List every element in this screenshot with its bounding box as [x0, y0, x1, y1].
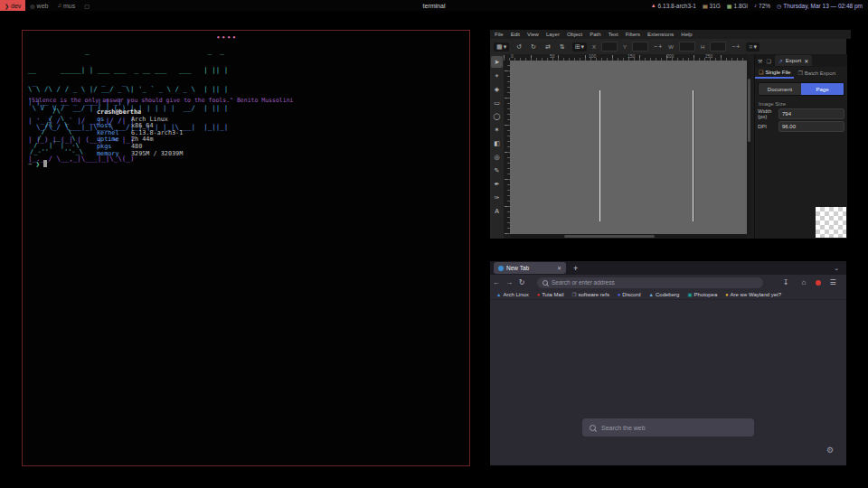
export-area-toggle: Document Page: [758, 82, 844, 96]
url-bar[interactable]: Search or enter address: [537, 277, 763, 288]
workspace-dev[interactable]: ❯ dev: [0, 0, 25, 11]
discord-favicon: ●: [618, 292, 620, 297]
xy-steppers[interactable]: −+: [654, 43, 663, 50]
menu-layer[interactable]: Layer: [546, 32, 560, 37]
menu-help[interactable]: Help: [681, 32, 692, 37]
tool-spiral[interactable]: ◎: [491, 151, 503, 163]
menu-file[interactable]: File: [495, 32, 504, 37]
canvas-vertical-scrollbar[interactable]: [747, 61, 751, 234]
scrollbar-thumb[interactable]: [748, 79, 750, 142]
text-tool-icon: A: [495, 208, 499, 214]
menu-path[interactable]: Path: [590, 32, 600, 37]
rotate-ccw-icon[interactable]: ↺: [514, 43, 524, 51]
tab-favicon: [498, 266, 504, 271]
inkscape-toolbox: ➤ ⌖ ◈ ▭ ◯ ✶ ◧ ◎ ✎ ✒ ✑ A: [490, 54, 504, 239]
snap-dropdown[interactable]: ⌗ ▾: [746, 42, 759, 52]
tool-star[interactable]: ✶: [491, 124, 503, 136]
single-file-tab[interactable]: ❏ Single File: [755, 67, 794, 79]
tool-text[interactable]: A: [491, 205, 503, 217]
width-input[interactable]: [679, 42, 695, 52]
home-icon[interactable]: ⌂: [797, 278, 810, 286]
forward-button[interactable]: →: [503, 278, 515, 286]
align-dropdown[interactable]: ⊞ ▾: [572, 42, 587, 52]
tool-3dbox[interactable]: ◧: [491, 137, 503, 149]
web-search-box[interactable]: Search the web: [582, 418, 754, 436]
tool-calligraphy[interactable]: ✑: [491, 192, 503, 203]
reload-button[interactable]: ↻: [515, 278, 528, 286]
rotate-cw-icon[interactable]: ↻: [529, 43, 538, 51]
menu-edit[interactable]: Edit: [511, 32, 520, 37]
tool-pencil[interactable]: ✎: [491, 164, 503, 176]
x-input[interactable]: [601, 42, 618, 52]
inkscape-canvas[interactable]: [510, 61, 747, 234]
desktop: ❯ dev ◎ web ♫ mus ▢ terminal ▲ 6.13.8-ar…: [0, 0, 868, 488]
export-panel-tab[interactable]: ↗ Export ✕: [775, 55, 812, 66]
personalize-gear-icon[interactable]: ⚙: [826, 446, 834, 455]
workspace-4[interactable]: ▢: [80, 0, 94, 11]
bookmark-codeberg[interactable]: ▲Codeberg: [649, 292, 680, 297]
menu-icon[interactable]: ☰: [826, 278, 839, 286]
list-tabs-icon[interactable]: ⌄: [834, 265, 839, 272]
terminal-window[interactable]: _ _ _ __ _____| | ___ ___ _ __ ___ ___ |…: [22, 30, 470, 466]
bookmark-discord[interactable]: ●Discord: [618, 292, 641, 297]
quote-line: "Silence is the only answer you should g…: [28, 97, 294, 104]
bookmark-folder-software-refs[interactable]: ❐software refs: [572, 292, 609, 297]
terminal-cursor: [43, 160, 47, 167]
active-tab[interactable]: New Tab ✕: [494, 262, 566, 274]
y-input[interactable]: [632, 42, 648, 52]
tool-node-editor[interactable]: ⌖: [491, 70, 503, 81]
selection-mode-dropdown[interactable]: ▦ ▾: [494, 42, 509, 52]
x-label: X: [592, 44, 596, 50]
close-panel-icon[interactable]: ✕: [804, 58, 808, 64]
chevron-down-icon: ▾: [504, 43, 507, 51]
workspace-mus[interactable]: ♫ mus: [52, 0, 80, 11]
close-tab-icon[interactable]: ✕: [557, 265, 561, 271]
export-dpi-input[interactable]: 96.00: [778, 121, 844, 132]
bookmark-are-we-wayland-yet[interactable]: ●Are we Wayland yet?: [725, 292, 781, 297]
menu-text[interactable]: Text: [609, 32, 618, 37]
bookmark-photopea[interactable]: ▣Photopea: [687, 292, 717, 297]
tool-bezier[interactable]: ✒: [491, 178, 503, 190]
batch-export-tab[interactable]: ❐ Batch Export: [794, 67, 839, 79]
new-tab-page: Search the web ⚙: [490, 300, 846, 465]
extension-icon[interactable]: [816, 280, 821, 286]
vertical-ruler[interactable]: [504, 61, 510, 234]
menu-view[interactable]: View: [527, 32, 539, 37]
height-input[interactable]: [710, 42, 726, 52]
chevron-down-icon: ▾: [581, 43, 585, 51]
menu-filters[interactable]: Filters: [626, 32, 640, 37]
workspace-web[interactable]: ◎ web: [25, 0, 52, 11]
tool-rectangle[interactable]: ▭: [491, 97, 503, 108]
new-tab-button[interactable]: +: [573, 264, 578, 273]
flip-vertical-icon[interactable]: ⇅: [558, 43, 567, 51]
wh-steppers[interactable]: −+: [731, 43, 741, 50]
shell-prompt[interactable]: ~❯: [28, 160, 47, 168]
bookmarks-bar: ▲Arch Linux ●Tuta Mail ❐software refs ●D…: [490, 290, 846, 300]
box3d-icon: ◧: [494, 140, 500, 147]
tool-ellipse[interactable]: ◯: [491, 110, 503, 122]
browser-window: New Tab ✕ + ⌄ ← → ↻ Search or enter addr…: [490, 261, 846, 465]
export-width-input[interactable]: 794: [778, 108, 844, 119]
downloads-icon[interactable]: ↧: [779, 278, 792, 286]
bookmark-arch-linux[interactable]: ▲Arch Linux: [496, 292, 529, 297]
canvas-horizontal-scrollbar[interactable]: [510, 234, 747, 239]
page-button[interactable]: Page: [801, 83, 844, 95]
snap-icon: ⌗: [749, 43, 752, 51]
search-icon: [542, 280, 548, 286]
menu-extensions[interactable]: Extensions: [647, 32, 674, 37]
scrollbar-thumb[interactable]: [564, 235, 655, 238]
dock-pages-icon[interactable]: ❑: [766, 58, 770, 64]
dock-tools-icon[interactable]: ⚒: [758, 58, 762, 64]
menu-object[interactable]: Object: [567, 32, 582, 37]
tool-shape-builder[interactable]: ◈: [491, 83, 503, 95]
volume-module[interactable]: ♪ 72%: [754, 3, 770, 9]
tool-selector[interactable]: ➤: [491, 56, 503, 68]
export-mode-tabs: ❏ Single File ❐ Batch Export: [755, 67, 847, 79]
flip-horizontal-icon[interactable]: ⇄: [543, 43, 552, 51]
back-button[interactable]: ←: [490, 278, 503, 286]
node-editor-icon: ⌖: [495, 72, 499, 80]
horizontal-ruler[interactable]: 0 50 100 150 200 250: [504, 54, 747, 61]
bookmark-tuta-mail[interactable]: ●Tuta Mail: [537, 292, 564, 297]
document-button[interactable]: Document: [759, 83, 801, 95]
image-size-label: Image Size: [759, 101, 847, 107]
